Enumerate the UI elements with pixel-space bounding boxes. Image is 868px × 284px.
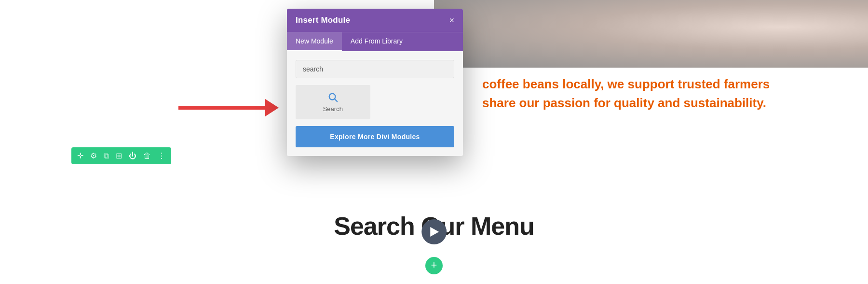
search-icon <box>327 92 338 102</box>
search-input-wrapper <box>296 60 454 78</box>
divi-toolbar: ✛ ⚙ ⧉ ⊞ ⏻ 🗑 ⋮ <box>71 147 171 164</box>
dialog-title: Insert Module <box>296 15 350 25</box>
play-icon <box>431 227 439 237</box>
red-arrow <box>178 99 279 116</box>
orange-text-line2: share our passion for quality and sustai… <box>482 94 844 113</box>
dialog-body: Search Explore More Divi Modules <box>287 51 463 156</box>
hero-image <box>434 0 868 68</box>
play-button[interactable] <box>421 219 447 244</box>
explore-more-button[interactable]: Explore More Divi Modules <box>296 126 454 147</box>
svg-line-1 <box>335 99 337 101</box>
toolbar-power-icon[interactable]: ⏻ <box>129 152 136 160</box>
toolbar-more-icon[interactable]: ⋮ <box>158 151 165 160</box>
arrow-head <box>265 99 279 116</box>
toolbar-grid-icon[interactable]: ⊞ <box>116 151 122 160</box>
dialog-tabs: New Module Add From Library <box>287 32 463 51</box>
toolbar-move-icon[interactable]: ✛ <box>77 151 83 160</box>
bottom-add-button[interactable]: + <box>425 257 443 274</box>
insert-module-dialog: Insert Module × New Module Add From Libr… <box>287 9 463 156</box>
arrow-shaft <box>178 106 265 110</box>
explore-button-label: Explore More Divi Modules <box>330 133 420 141</box>
plus-icon: + <box>431 260 437 270</box>
dialog-close-button[interactable]: × <box>449 16 454 25</box>
tab-add-from-library[interactable]: Add From Library <box>342 32 411 51</box>
search-input[interactable] <box>296 60 454 78</box>
toolbar-clone-icon[interactable]: ⧉ <box>104 152 109 160</box>
search-menu-section: Search Our Menu <box>334 212 534 241</box>
search-button[interactable]: Search <box>296 85 370 119</box>
dialog-header: Insert Module × <box>287 9 463 32</box>
search-button-label: Search <box>323 105 343 113</box>
section-heading: Search Our Menu <box>334 212 534 241</box>
toolbar-trash-icon[interactable]: 🗑 <box>143 152 151 160</box>
orange-text-line1: coffee beans locally, we support trusted… <box>482 75 844 94</box>
tab-new-module[interactable]: New Module <box>287 32 342 51</box>
toolbar-settings-icon[interactable]: ⚙ <box>90 151 97 160</box>
orange-text-block: coffee beans locally, we support trusted… <box>482 75 844 113</box>
